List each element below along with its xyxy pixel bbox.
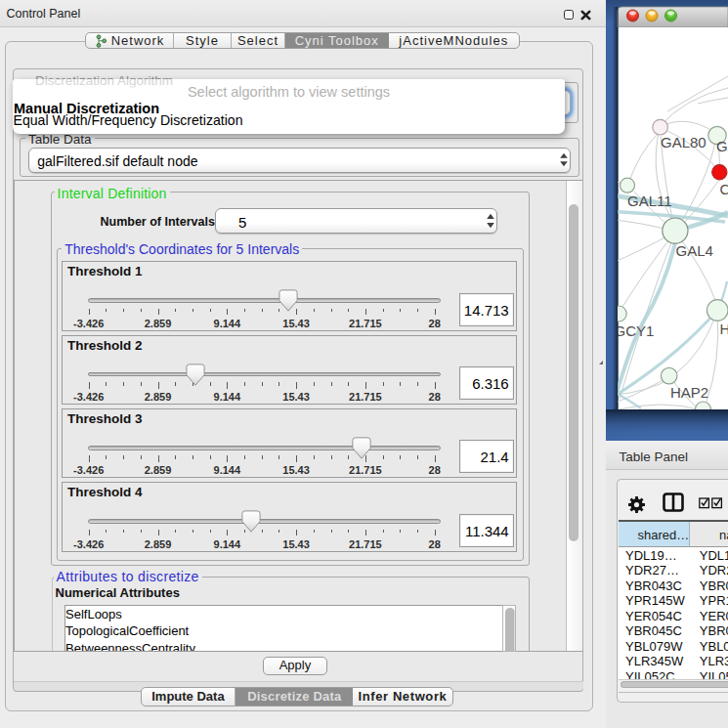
svg-text:C: C — [720, 181, 728, 197]
svg-text:GAL4: GAL4 — [676, 242, 713, 259]
svg-text:GAL80: GAL80 — [661, 134, 707, 150]
svg-text:GA: GA — [716, 138, 728, 154]
svg-text:HAP2: HAP2 — [670, 384, 708, 401]
svg-text:GAL11: GAL11 — [627, 193, 672, 209]
svg-text:GCY1: GCY1 — [615, 322, 655, 339]
svg-text:H: H — [720, 321, 728, 337]
